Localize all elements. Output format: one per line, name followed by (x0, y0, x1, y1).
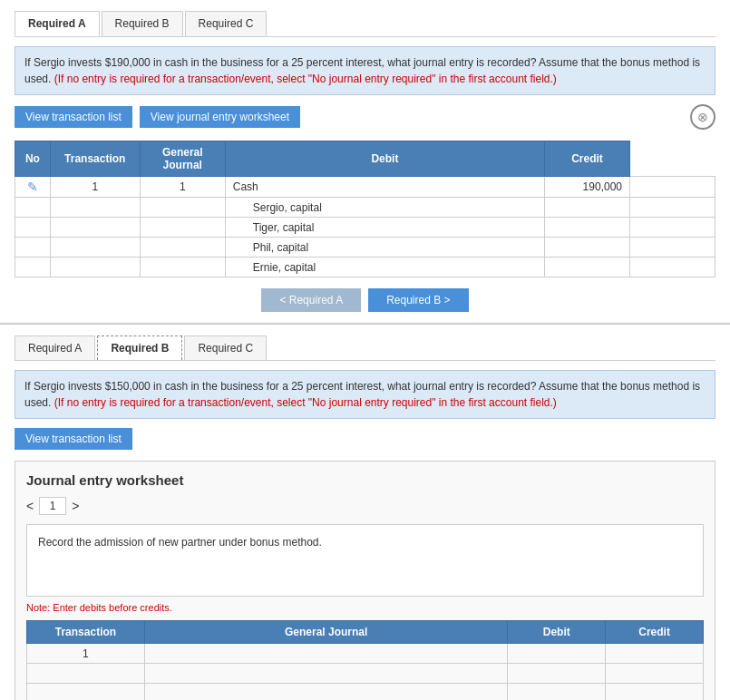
info-box-2: If Sergio invests $150,000 in cash in th… (15, 370, 715, 419)
next-btn-1[interactable]: Required B > (368, 288, 468, 312)
ws-row-gj[interactable] (144, 644, 507, 664)
table-row-trans (140, 238, 225, 258)
info-box-1: If Sergio invests $190,000 in cash in th… (15, 46, 715, 95)
button-group-1: View transaction list View journal entry… (15, 104, 715, 130)
table-row-credit (630, 218, 715, 238)
table-row-gj: Tiger, capital (225, 218, 544, 238)
table-row-debit (545, 238, 630, 258)
table-row-gj: Ernie, capital (225, 258, 544, 277)
edit-icon[interactable]: ✎ (15, 177, 51, 198)
ws-row-trans (27, 684, 145, 701)
table-row-debit: 190,000 (545, 177, 630, 198)
ws-col-credit: Credit (606, 621, 704, 644)
ws-row-credit[interactable] (606, 644, 704, 664)
edit-placeholder (15, 258, 51, 277)
col-debit: Debit (225, 141, 544, 177)
tab-required-b-1[interactable]: Required B (102, 11, 183, 36)
table-row-trans: 1 (140, 177, 225, 198)
tab-required-c-1[interactable]: Required C (185, 11, 268, 36)
view-transaction-list-btn-1[interactable]: View transaction list (15, 106, 132, 128)
ws-debit-input[interactable] (508, 684, 605, 700)
ws-col-debit: Debit (508, 621, 606, 644)
ws-gj-input[interactable] (145, 644, 507, 663)
nav-buttons-1: < Required A Required B > (15, 288, 715, 312)
next-page-btn[interactable]: > (72, 499, 79, 513)
table-row-no (50, 258, 140, 277)
table-row-trans (140, 218, 225, 238)
table-row-debit (545, 258, 630, 277)
note-red: Note: Enter debits before credits. (26, 602, 704, 613)
table-row-trans (140, 258, 225, 277)
ws-credit-input[interactable] (606, 664, 703, 683)
table-row-no: 1 (50, 177, 140, 198)
worksheet-nav: < 1 > (26, 497, 704, 515)
edit-pencil-icon[interactable]: ✎ (27, 180, 38, 194)
table-row-credit (630, 258, 715, 277)
ws-row-gj[interactable] (144, 664, 507, 684)
table-row-credit (630, 198, 715, 218)
button-group-2: View transaction list (15, 428, 715, 450)
ws-row-debit[interactable] (508, 684, 606, 701)
section-1: Required A Required B Required C If Serg… (0, 0, 730, 325)
table-row-debit (545, 218, 630, 238)
col-credit: Credit (545, 141, 630, 177)
edit-placeholder (15, 218, 51, 238)
ws-row-credit[interactable] (606, 664, 704, 684)
tab-required-a-2[interactable]: Required A (15, 335, 95, 360)
view-transaction-list-btn-2[interactable]: View transaction list (15, 428, 132, 450)
table-row-no (50, 218, 140, 238)
table-row-credit (630, 177, 715, 198)
target-icon-1[interactable]: ⊗ (690, 104, 715, 130)
ws-credit-input[interactable] (606, 644, 703, 663)
journal-table-1: No Transaction General Journal Debit Cre… (15, 141, 715, 277)
note-box: Record the admission of new partner unde… (26, 524, 704, 597)
edit-placeholder (15, 238, 51, 258)
section-2: Required A Required B Required C If Serg… (0, 325, 730, 700)
prev-page-btn[interactable]: < (26, 499, 34, 513)
table-row-credit (630, 238, 715, 258)
ws-debit-input[interactable] (508, 664, 605, 683)
ws-row-debit[interactable] (508, 644, 606, 664)
ws-gj-input[interactable] (145, 664, 507, 683)
info-red-1: (If no entry is required for a transacti… (54, 73, 557, 85)
table-row-no (50, 238, 140, 258)
col-transaction: Transaction (50, 141, 140, 177)
table-row-debit (545, 198, 630, 218)
tab-required-c-2[interactable]: Required C (184, 335, 267, 360)
ws-credit-input[interactable] (606, 684, 703, 700)
ws-row-credit[interactable] (606, 684, 704, 701)
col-general-journal: General Journal (140, 141, 225, 177)
ws-debit-input[interactable] (508, 644, 605, 663)
ws-row-trans (27, 664, 145, 684)
page-number: 1 (39, 497, 66, 515)
worksheet-title: Journal entry worksheet (26, 472, 704, 488)
prev-btn-1[interactable]: < Required A (261, 288, 361, 312)
ws-col-transaction: Transaction (27, 621, 145, 644)
col-no: No (15, 141, 51, 177)
table-row-no (50, 198, 140, 218)
ws-row-trans: 1 (27, 644, 145, 664)
table-row-gj: Cash (225, 177, 544, 198)
ws-row-debit[interactable] (508, 664, 606, 684)
edit-placeholder (15, 198, 51, 218)
tab-required-a-1[interactable]: Required A (15, 11, 100, 36)
view-worksheet-btn-1[interactable]: View journal entry worksheet (140, 106, 300, 128)
table-row-trans (140, 198, 225, 218)
tab-required-b-2[interactable]: Required B (97, 335, 182, 360)
note-text: Record the admission of new partner unde… (38, 536, 322, 549)
ws-col-gj: General Journal (144, 621, 507, 644)
section1-tabs: Required A Required B Required C (15, 11, 715, 37)
worksheet-table: Transaction General Journal Debit Credit… (26, 620, 704, 700)
ws-gj-input[interactable] (145, 684, 507, 700)
info-red-2: (If no entry is required for a transacti… (54, 396, 557, 409)
table-row-gj: Phil, capital (225, 238, 544, 258)
section2-tabs: Required A Required B Required C (15, 335, 715, 361)
worksheet-container: Journal entry worksheet < 1 > Record the… (15, 461, 715, 700)
ws-row-gj[interactable] (144, 684, 507, 701)
table-row-gj: Sergio, capital (225, 198, 544, 218)
